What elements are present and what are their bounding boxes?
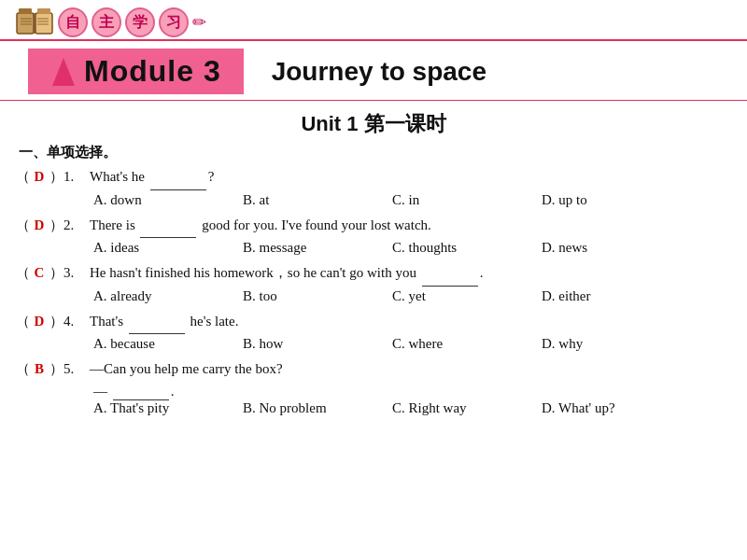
char-zhu: 主 [92, 7, 121, 37]
q4-opt-a: A. because [93, 336, 243, 352]
pink-divider-bottom [0, 100, 747, 101]
questions-container: （ D ） 1. What's he ? A. down B. at C. in… [0, 165, 747, 416]
q3-opt-b: B. too [243, 288, 392, 304]
q3-options: A. already B. too C. yet D. either [93, 288, 732, 304]
char-xi: 习 [159, 7, 189, 37]
q4-opt-b: B. how [243, 336, 392, 352]
question-2: （ D ） 2. There is good for you. I've fou… [15, 214, 732, 239]
q4-opt-d: D. why [542, 336, 691, 352]
q5-open-paren: （ [15, 357, 30, 382]
q2-opt-b: B. message [243, 240, 392, 256]
q5-num: 5. [63, 357, 90, 382]
svg-rect-4 [37, 8, 50, 14]
q2-opt-d: D. news [542, 240, 691, 256]
q3-close-paren: ） [49, 261, 63, 286]
q2-answer: D [30, 214, 49, 238]
q4-num: 4. [63, 310, 90, 334]
module-title: Module 3 [84, 54, 221, 89]
q1-open-paren: （ [15, 165, 30, 189]
q4-close-paren: ） [49, 310, 63, 334]
q4-open-paren: （ [15, 310, 30, 334]
q1-opt-a: A. down [93, 192, 243, 208]
q2-opt-a: A. ideas [93, 240, 243, 256]
question-4: （ D ） 4. That's he's late. [15, 310, 732, 335]
module-pink-bg: Module 3 [28, 49, 244, 94]
q1-opt-d: D. up to [542, 192, 691, 208]
char-xue: 学 [125, 7, 155, 37]
q4-text: That's he's late. [90, 310, 732, 335]
journey-title: Journey to space [272, 57, 486, 87]
q1-opt-b: B. at [243, 192, 392, 208]
zizhu-box: 自 主 学 习 ✏ [15, 6, 206, 39]
q4-blank [129, 310, 185, 335]
q3-answer: C [30, 261, 49, 286]
unit-title: Unit 1 第一课时 [0, 110, 747, 138]
char-zi: 自 [58, 7, 88, 37]
q4-answer: D [30, 310, 49, 334]
q3-opt-a: A. already [93, 288, 243, 304]
q5-opt-c: C. Right way [392, 400, 542, 416]
q2-text: There is good for you. I've found your l… [90, 214, 732, 239]
q3-text: He hasn't finished his homework，so he ca… [90, 261, 732, 287]
q5-text: —Can you help me carry the box? [90, 357, 732, 382]
question-5: （ B ） 5. —Can you help me carry the box? [15, 357, 732, 382]
q1-close-paren: ） [49, 165, 63, 189]
svg-rect-1 [35, 13, 52, 34]
q5-dash-row: — . [93, 384, 732, 400]
q1-text: What's he ? [90, 165, 732, 190]
q5-opt-d: D. What' up? [542, 400, 691, 416]
q2-blank [140, 214, 196, 239]
q1-opt-c: C. in [392, 192, 542, 208]
q3-blank [422, 261, 478, 287]
q2-close-paren: ） [49, 214, 63, 238]
q5-answer: B [30, 357, 49, 382]
svg-marker-11 [52, 58, 75, 86]
q2-options: A. ideas B. message C. thoughts D. news [93, 240, 732, 256]
q5-opt-b: B. No problem [243, 400, 392, 416]
circles-row: 自 主 学 习 [58, 7, 189, 37]
q3-opt-d: D. either [542, 288, 691, 304]
q3-open-paren: （ [15, 261, 30, 286]
svg-rect-3 [19, 8, 32, 14]
top-banner: 自 主 学 习 ✏ [0, 0, 747, 39]
book-icon [15, 6, 54, 39]
q4-opt-c: C. where [392, 336, 542, 352]
q1-answer: D [30, 165, 49, 189]
q3-opt-c: C. yet [392, 288, 542, 304]
section-label: 一、单项选择。 [0, 144, 747, 161]
svg-rect-0 [17, 13, 34, 34]
q1-num: 1. [63, 165, 90, 189]
module-row: Module 3 Journey to space [0, 43, 747, 100]
triangle-icon [50, 56, 77, 88]
question-3: （ C ） 3. He hasn't finished his homework… [15, 261, 732, 287]
q4-options: A. because B. how C. where D. why [93, 336, 732, 352]
pink-divider-top [0, 39, 747, 41]
q2-opt-c: C. thoughts [392, 240, 542, 256]
q5-opt-a: A. That's pity [93, 400, 243, 416]
q2-num: 2. [63, 214, 90, 238]
q3-num: 3. [63, 261, 90, 286]
q1-blank [150, 165, 206, 190]
q1-options: A. down B. at C. in D. up to [93, 192, 732, 208]
q5-blank [113, 384, 169, 400]
pencil-icon: ✏ [192, 12, 206, 33]
q2-open-paren: （ [15, 214, 30, 238]
question-1: （ D ） 1. What's he ? [15, 165, 732, 190]
q5-close-paren: ） [49, 357, 63, 382]
q5-options: A. That's pity B. No problem C. Right wa… [93, 400, 732, 416]
